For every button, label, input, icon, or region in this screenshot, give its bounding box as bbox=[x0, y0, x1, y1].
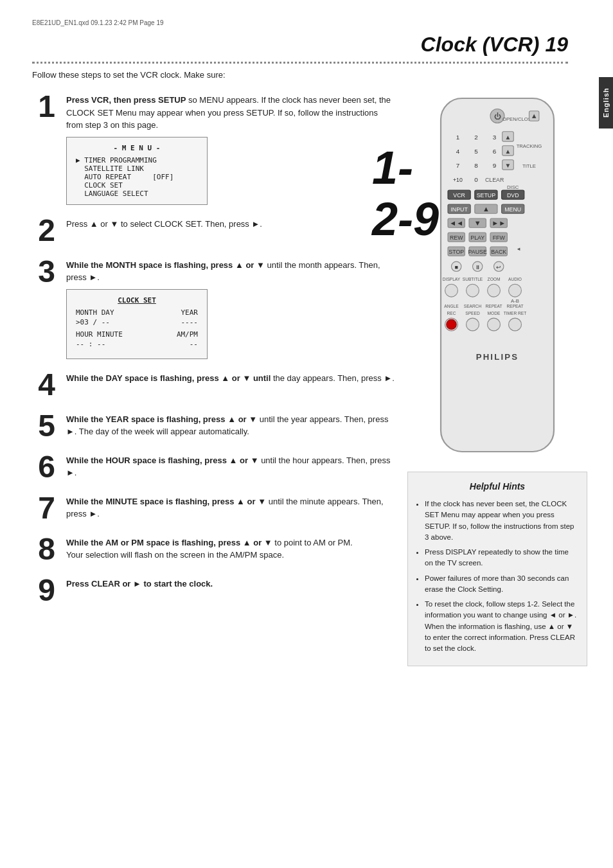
step-2-text: Press ▲ or ▼ to select CLOCK SET. Then, … bbox=[66, 218, 395, 231]
svg-text:INPUT: INPUT bbox=[450, 206, 468, 213]
svg-text:SPEED: SPEED bbox=[465, 311, 480, 315]
svg-point-68 bbox=[445, 284, 458, 297]
svg-text:SUBTITLE: SUBTITLE bbox=[463, 277, 483, 281]
hints-title: Helpful Hints bbox=[417, 480, 578, 493]
step-content-9: Press CLEAR or ► to start the clock. bbox=[66, 575, 395, 590]
step-content-8: While the AM or PM space is flashing, pr… bbox=[66, 534, 395, 562]
clock-col-ampm: AM/PM bbox=[177, 330, 198, 339]
step-7-text: While the MINUTE space is flashing, pres… bbox=[66, 495, 395, 520]
step-8: 8 While the AM or PM space is flashing, … bbox=[32, 534, 395, 565]
step-content-2: Press ▲ or ▼ to select CLOCK SET. Then, … bbox=[66, 215, 395, 231]
svg-point-83 bbox=[488, 318, 501, 331]
svg-text:4: 4 bbox=[456, 148, 460, 155]
step-3-bold: While the MONTH space is flashing, press… bbox=[66, 260, 265, 270]
step-number-7: 7 bbox=[32, 493, 61, 524]
step-content-6: While the HOUR space is flashing, press … bbox=[66, 452, 395, 479]
clock-row-2: HOUR MINUTE AM/PM bbox=[76, 330, 198, 339]
menu-item-4: LANGUAGE SELECT bbox=[76, 190, 198, 198]
clock-val-ampm: -- bbox=[190, 340, 198, 348]
svg-text:REW: REW bbox=[450, 235, 463, 241]
page-container: E8E21UD_EN1.qxd 09.1.23 2:42 PM Page 19 … bbox=[0, 0, 613, 868]
svg-text:8: 8 bbox=[474, 162, 478, 169]
svg-point-69 bbox=[466, 284, 479, 297]
step-4-bold: While the DAY space is flashing, press ▲… bbox=[66, 373, 271, 383]
step-3-text: While the MONTH space is flashing, press… bbox=[66, 259, 395, 284]
svg-text:VCR: VCR bbox=[453, 192, 465, 199]
hint-item-1: If the clock has never been set, the CLO… bbox=[425, 499, 578, 543]
step-6: 6 While the HOUR space is flashing, pres… bbox=[32, 452, 395, 483]
svg-text:DVD: DVD bbox=[507, 192, 519, 199]
step-number-9: 9 bbox=[32, 575, 61, 606]
svg-text:▲: ▲ bbox=[483, 205, 490, 213]
clock-set-title: CLOCK SET bbox=[76, 296, 198, 305]
svg-text:BACK: BACK bbox=[491, 249, 506, 255]
svg-text:▼: ▼ bbox=[474, 219, 481, 227]
step-7: 7 While the MINUTE space is flashing, pr… bbox=[32, 493, 395, 524]
subtitle: Follow these steps to set the VCR clock.… bbox=[32, 70, 587, 80]
hint-item-2: Press DISPLAY repeatedly to show the tim… bbox=[425, 547, 578, 569]
svg-point-84 bbox=[509, 318, 522, 331]
left-column: 1 Press VCR, then press SETUP so MENU ap… bbox=[32, 91, 395, 666]
page-title: Clock (VCR) 19 bbox=[32, 33, 587, 57]
clock-col-hour-min: HOUR MINUTE bbox=[76, 330, 123, 339]
svg-text:PAUSE: PAUSE bbox=[468, 249, 487, 255]
svg-text:+10: +10 bbox=[453, 177, 463, 183]
svg-text:TITLE: TITLE bbox=[522, 163, 536, 169]
step-8-bold: While the AM or PM space is flashing, pr… bbox=[66, 538, 272, 547]
menu-title: - M E N U - bbox=[76, 144, 198, 152]
step-number-3: 3 bbox=[32, 256, 61, 287]
svg-point-85 bbox=[447, 319, 456, 329]
clock-row-1: MONTH DAY YEAR bbox=[76, 308, 198, 317]
svg-text:AUDIO: AUDIO bbox=[508, 277, 522, 281]
step-4: 4 While the DAY space is flashing, press… bbox=[32, 369, 395, 400]
clock-val-month: >03 / -- bbox=[76, 318, 110, 326]
step-9-bold: Press CLEAR or ► to start the clock. bbox=[66, 579, 213, 589]
header-meta: E8E21UD_EN1.qxd 09.1.23 2:42 PM Page 19 bbox=[32, 19, 587, 26]
clock-col-year: YEAR bbox=[181, 308, 199, 317]
step-6-text: While the HOUR space is flashing, press … bbox=[66, 454, 395, 479]
svg-text:ANGLE: ANGLE bbox=[444, 304, 459, 308]
svg-text:6: 6 bbox=[493, 148, 497, 155]
step-9-text: Press CLEAR or ► to start the clock. bbox=[66, 578, 395, 590]
hints-list: If the clock has never been set, the CLO… bbox=[417, 499, 578, 654]
step-1: 1 Press VCR, then press SETUP so MENU ap… bbox=[32, 91, 395, 205]
svg-text:▲: ▲ bbox=[531, 112, 538, 120]
clock-val-year: ---- bbox=[181, 318, 199, 326]
svg-text:◄: ◄ bbox=[516, 246, 521, 252]
svg-text:STOP: STOP bbox=[449, 249, 464, 255]
svg-text:⏸: ⏸ bbox=[475, 264, 481, 270]
step-content-7: While the MINUTE space is flashing, pres… bbox=[66, 493, 395, 520]
clock-col-month-day: MONTH DAY bbox=[76, 308, 114, 317]
hint-item-4: To reset the clock, follow steps 1-2. Se… bbox=[425, 599, 578, 654]
step-number-8: 8 bbox=[32, 534, 61, 565]
step-7-bold: While the MINUTE space is flashing, pres… bbox=[66, 497, 266, 506]
dotted-divider bbox=[32, 62, 568, 64]
svg-text:1: 1 bbox=[456, 134, 460, 141]
clock-box: CLOCK SET MONTH DAY YEAR >03 / -- ---- H… bbox=[66, 289, 208, 359]
svg-text:FFW: FFW bbox=[493, 235, 506, 241]
big-step-label-1: 1- bbox=[372, 143, 413, 193]
svg-text:■: ■ bbox=[455, 264, 458, 270]
big-step-label-29: 2-9 bbox=[372, 194, 439, 245]
svg-text:▼: ▼ bbox=[505, 162, 511, 169]
svg-text:⏻: ⏻ bbox=[494, 112, 501, 120]
svg-text:5: 5 bbox=[474, 148, 478, 155]
step-8-text2: Your selection will flash on the screen … bbox=[66, 549, 395, 562]
svg-point-71 bbox=[509, 284, 522, 297]
step-3: 3 While the MONTH space is flashing, pre… bbox=[32, 256, 395, 359]
step-1-text: Press VCR, then press SETUP so MENU appe… bbox=[66, 94, 395, 132]
step-1-text-bold: Press VCR, then press SETUP bbox=[66, 95, 186, 105]
svg-point-82 bbox=[466, 318, 479, 331]
menu-box: - M E N U - ▶ TIMER PROGRAMMING SATELLIT… bbox=[66, 137, 208, 205]
step-2: 2 Press ▲ or ▼ to select CLOCK SET. Then… bbox=[32, 215, 395, 246]
svg-text:REC: REC bbox=[447, 311, 456, 315]
step-content-4: While the DAY space is flashing, press ▲… bbox=[66, 369, 395, 385]
step-number-6: 6 bbox=[32, 452, 61, 483]
step-number-4: 4 bbox=[32, 369, 61, 400]
hint-item-3: Power failures of more than 30 seconds c… bbox=[425, 573, 578, 596]
clock-val-hour: -- : -- bbox=[76, 340, 105, 348]
menu-item-1: SATELLITE LINK bbox=[76, 164, 198, 173]
svg-text:MENU: MENU bbox=[504, 206, 521, 213]
svg-text:CLEAR: CLEAR bbox=[485, 177, 504, 183]
step-content-3: While the MONTH space is flashing, press… bbox=[66, 256, 395, 359]
